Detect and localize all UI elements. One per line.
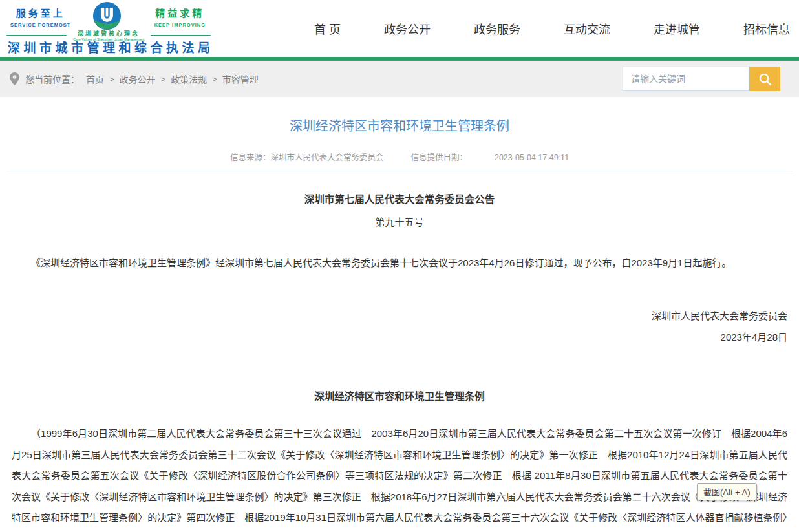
article-content: 深圳经济特区市容和环境卫生管理条例 信息来源：深圳市人民代表大会常务委员会信息提… — [0, 97, 799, 532]
law-history-paragraph: （1999年6月30日深圳市第二届人民代表大会常务委员会第三十三次会议通过 20… — [12, 423, 787, 532]
screenshot-tooltip: 截图(Alt + A) — [697, 483, 757, 500]
announcement-number: 第九十五号 — [12, 215, 787, 228]
breadcrumb-prefix: 您当前位置： — [25, 72, 80, 85]
page: 服务至上 SERVICE FOREMOST 精益求精 KEEP IMPROVIN… — [0, 0, 799, 532]
location-pin-icon — [10, 72, 19, 85]
bureau-logo[interactable]: 服务至上 SERVICE FOREMOST 精益求精 KEEP IMPROVIN… — [6, 1, 211, 56]
breadcrumb-item-policies[interactable]: 政策法规 — [171, 72, 207, 85]
breadcrumb-separator: > — [161, 74, 166, 84]
search-box — [623, 67, 780, 91]
article-meta: 信息来源：深圳市人民代表大会常务委员会信息提供日期：2023-05-04 17:… — [0, 151, 799, 163]
breadcrumb-item-home[interactable]: 首页 — [86, 72, 104, 85]
law-title: 深圳经济特区市容和环境卫生管理条例 — [12, 388, 787, 403]
breadcrumb-separator: > — [212, 74, 217, 84]
breadcrumb-item-gov-disclosure[interactable]: 政务公开 — [120, 72, 156, 85]
signature-date: 2023年4月28日 — [12, 330, 787, 343]
nav-item-about[interactable]: 走进城管 — [654, 20, 700, 37]
search-input[interactable] — [623, 67, 749, 91]
date-value: 2023-05-04 17:49:11 — [495, 153, 569, 162]
slogan-improving: 精益求精 KEEP IMPROVING — [154, 6, 206, 28]
source-value: 深圳市人民代表大会常务委员会 — [270, 153, 383, 162]
nav-item-gov-services[interactable]: 政务服务 — [474, 20, 520, 37]
slogan-improving-cn: 精益求精 — [154, 6, 206, 19]
logo-caption-cn: 深圳城管核心理念 — [69, 29, 149, 37]
bureau-name: 深圳市城市管理和综合执法局 — [8, 38, 214, 56]
nav-item-interaction[interactable]: 互动交流 — [564, 20, 610, 37]
meta-divider — [6, 171, 793, 171]
slogan-service: 服务至上 SERVICE FOREMOST — [10, 6, 70, 28]
nav-item-home[interactable]: 首 页 — [314, 20, 341, 37]
announcement-title: 深圳市第七届人民代表大会常务委员会公告 — [12, 191, 787, 206]
nav-item-gov-disclosure[interactable]: 政务公开 — [384, 20, 431, 37]
slogan-improving-en: KEEP IMPROVING — [154, 22, 206, 28]
breadcrumb-separator: > — [109, 74, 114, 84]
article-body: 深圳市第七届人民代表大会常务委员会公告 第九十五号 《深圳经济特区市容和环境卫生… — [0, 191, 799, 532]
breadcrumb-item-city-appearance[interactable]: 市容管理 — [222, 72, 259, 85]
bureau-emblem-icon — [92, 1, 122, 30]
page-title: 深圳经济特区市容和环境卫生管理条例 — [0, 97, 799, 134]
announcement-paragraph: 《深圳经济特区市容和环境卫生管理条例》经深圳市第七届人民代表大会常务委员会第十七… — [12, 255, 787, 271]
slogan-service-cn: 服务至上 — [10, 6, 70, 19]
search-icon — [758, 72, 772, 86]
source-label: 信息来源： — [230, 153, 271, 162]
search-button[interactable] — [749, 67, 780, 91]
nav-item-tenders[interactable]: 招标信息 — [743, 20, 790, 37]
site-header: 服务至上 SERVICE FOREMOST 精益求精 KEEP IMPROVIN… — [0, 0, 799, 57]
slogan-service-en: SERVICE FOREMOST — [10, 22, 70, 28]
breadcrumb-bar: 您当前位置： 首页 > 政务公开 > 政策法规 > 市容管理 — [0, 61, 799, 97]
caption-line-left — [6, 35, 67, 36]
date-label: 信息提供日期： — [410, 153, 467, 162]
main-nav: 首 页 政务公开 政务服务 互动交流 走进城管 招标信息 — [314, 0, 790, 57]
caption-line-right — [151, 35, 211, 36]
signature: 深圳市人民代表大会常务委员会 — [12, 308, 787, 322]
